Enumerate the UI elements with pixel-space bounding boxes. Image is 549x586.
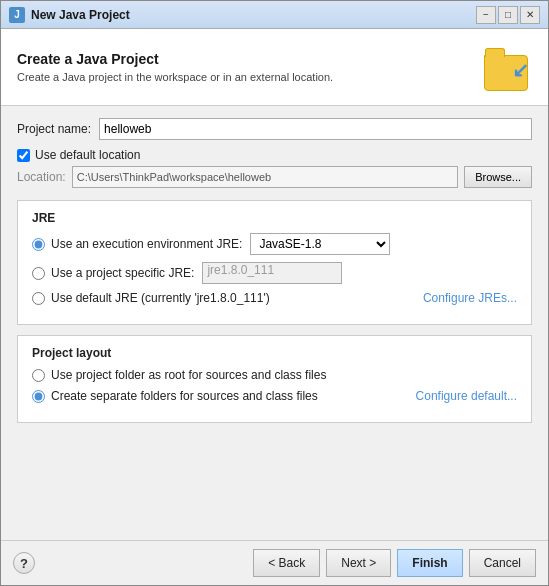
folder-icon: ↙ <box>484 55 528 91</box>
location-label: Location: <box>17 170 66 184</box>
location-row: Location: Browse... <box>17 166 532 188</box>
footer: ? < Back Next > Finish Cancel <box>1 540 548 585</box>
window: J New Java Project − □ ✕ Create a Java P… <box>0 0 549 586</box>
jre-option-1-radio[interactable] <box>32 238 45 251</box>
back-button[interactable]: < Back <box>253 549 320 577</box>
jre-environment-select[interactable]: JavaSE-1.8 <box>250 233 390 255</box>
use-default-location-checkbox[interactable] <box>17 149 30 162</box>
jre-option-1-row: Use an execution environment JRE: JavaSE… <box>32 233 517 255</box>
jre-section: JRE Use an execution environment JRE: Ja… <box>17 200 532 325</box>
project-layout-section: Project layout Use project folder as roo… <box>17 335 532 423</box>
configure-jres-link[interactable]: Configure JREs... <box>423 291 517 305</box>
window-controls: − □ ✕ <box>476 6 540 24</box>
header-text: Create a Java Project Create a Java proj… <box>17 51 474 83</box>
header-subtitle: Create a Java project in the workspace o… <box>17 71 474 83</box>
project-name-input[interactable] <box>99 118 532 140</box>
layout-option-2-radio[interactable] <box>32 390 45 403</box>
window-icon: J <box>9 7 25 23</box>
configure-default-link[interactable]: Configure default... <box>416 389 517 403</box>
project-name-label: Project name: <box>17 122 91 136</box>
layout-option-2-label: Create separate folders for sources and … <box>51 389 318 403</box>
jre-section-title: JRE <box>32 211 517 225</box>
jre-specific-display: jre1.8.0_111 <box>202 262 342 284</box>
maximize-button[interactable]: □ <box>498 6 518 24</box>
layout-option-1-label: Use project folder as root for sources a… <box>51 368 326 382</box>
jre-option-1-label: Use an execution environment JRE: <box>51 237 242 251</box>
footer-left: ? <box>13 552 35 574</box>
close-button[interactable]: ✕ <box>520 6 540 24</box>
jre-option-3-radio[interactable] <box>32 292 45 305</box>
header-icon-container: ↙ <box>484 43 532 91</box>
use-default-location-row: Use default location <box>17 148 532 162</box>
title-bar: J New Java Project − □ ✕ <box>1 1 548 29</box>
minimize-button[interactable]: − <box>476 6 496 24</box>
project-layout-title: Project layout <box>32 346 517 360</box>
layout-option-1-row: Use project folder as root for sources a… <box>32 368 517 382</box>
footer-right: < Back Next > Finish Cancel <box>253 549 536 577</box>
project-name-row: Project name: <box>17 118 532 140</box>
next-button[interactable]: Next > <box>326 549 391 577</box>
header-panel: Create a Java Project Create a Java proj… <box>1 29 548 106</box>
header-title: Create a Java Project <box>17 51 474 67</box>
content-area: Project name: Use default location Locat… <box>1 106 548 540</box>
jre-option-2-row: Use a project specific JRE: jre1.8.0_111 <box>32 262 517 284</box>
jre-option-3-label: Use default JRE (currently 'jre1.8.0_111… <box>51 291 270 305</box>
location-input[interactable] <box>72 166 458 188</box>
use-default-location-label: Use default location <box>35 148 140 162</box>
browse-button[interactable]: Browse... <box>464 166 532 188</box>
help-button[interactable]: ? <box>13 552 35 574</box>
layout-option-2-row: Create separate folders for sources and … <box>32 389 517 403</box>
jre-option-2-label: Use a project specific JRE: <box>51 266 194 280</box>
window-title: New Java Project <box>31 8 476 22</box>
folder-arrow-icon: ↙ <box>512 58 529 82</box>
layout-option-1-radio[interactable] <box>32 369 45 382</box>
jre-option-2-radio[interactable] <box>32 267 45 280</box>
cancel-button[interactable]: Cancel <box>469 549 536 577</box>
jre-option-3-row: Use default JRE (currently 'jre1.8.0_111… <box>32 291 517 305</box>
finish-button[interactable]: Finish <box>397 549 462 577</box>
